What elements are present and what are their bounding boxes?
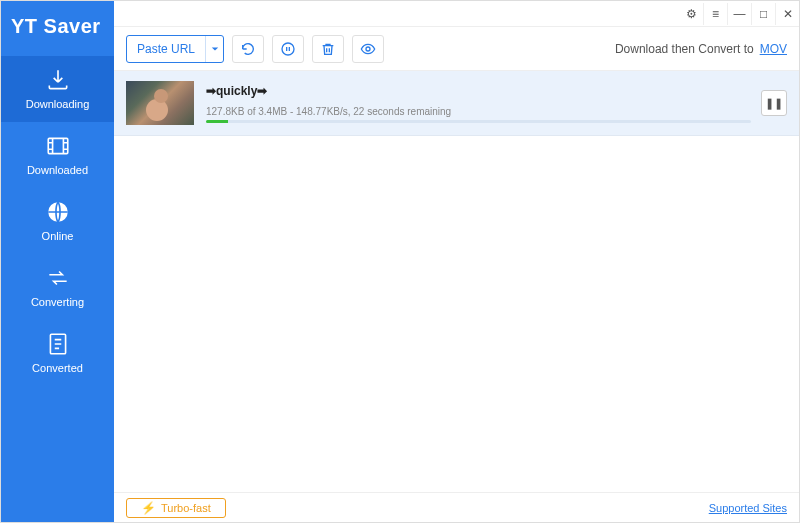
download-status: 127.8KB of 3.4MB - 148.77KB/s, 22 second… <box>206 106 751 117</box>
maximize-icon: □ <box>760 7 767 21</box>
minimize-icon: — <box>734 7 746 21</box>
refresh-icon <box>240 41 256 57</box>
video-thumbnail <box>126 81 194 125</box>
pause-circle-icon <box>280 41 296 57</box>
sidebar-item-label: Converted <box>32 362 83 374</box>
svg-point-3 <box>282 43 294 55</box>
paste-url-button[interactable]: Paste URL <box>127 36 205 62</box>
pause-all-button[interactable] <box>272 35 304 63</box>
sidebar-item-label: Downloaded <box>27 164 88 176</box>
pause-button[interactable]: ❚❚ <box>761 90 787 116</box>
progress-fill <box>206 120 228 123</box>
main-panel: ⚙ ≡ — □ ✕ Paste URL <box>114 1 799 522</box>
paste-url-group: Paste URL <box>126 35 224 63</box>
progress-bar <box>206 120 751 123</box>
minimize-button[interactable]: — <box>727 3 751 25</box>
svg-point-4 <box>366 47 370 51</box>
maximize-button[interactable]: □ <box>751 3 775 25</box>
supported-sites-link[interactable]: Supported Sites <box>709 502 787 514</box>
eye-icon <box>360 41 376 57</box>
sidebar-item-downloading[interactable]: Downloading <box>1 56 114 122</box>
titlebar: ⚙ ≡ — □ ✕ <box>114 1 799 27</box>
sidebar-item-converting[interactable]: Converting <box>1 254 114 320</box>
svg-rect-0 <box>48 138 68 153</box>
download-item[interactable]: ➡quickly➡ 127.8KB of 3.4MB - 148.77KB/s,… <box>114 71 799 136</box>
app-title: YT Saver <box>1 1 114 56</box>
convert-format-control: Download then Convert to MOV <box>615 42 787 56</box>
chevron-down-icon <box>211 45 219 53</box>
document-icon <box>43 330 73 358</box>
menu-icon: ≡ <box>712 7 719 21</box>
footer: ⚡ Turbo-fast Supported Sites <box>114 492 799 522</box>
settings-button[interactable]: ⚙ <box>679 3 703 25</box>
refresh-button[interactable] <box>232 35 264 63</box>
convert-label: Download then Convert to <box>615 42 754 56</box>
close-icon: ✕ <box>783 7 793 21</box>
sidebar-item-downloaded[interactable]: Downloaded <box>1 122 114 188</box>
globe-icon <box>43 198 73 226</box>
sidebar-item-converted[interactable]: Converted <box>1 320 114 386</box>
sidebar: YT Saver Downloading Downloaded Online C… <box>1 1 114 522</box>
delete-button[interactable] <box>312 35 344 63</box>
sidebar-item-label: Converting <box>31 296 84 308</box>
sidebar-item-label: Downloading <box>26 98 90 110</box>
preview-button[interactable] <box>352 35 384 63</box>
close-button[interactable]: ✕ <box>775 3 799 25</box>
bolt-icon: ⚡ <box>141 501 156 515</box>
menu-button[interactable]: ≡ <box>703 3 727 25</box>
sidebar-item-online[interactable]: Online <box>1 188 114 254</box>
film-icon <box>43 132 73 160</box>
convert-icon <box>43 264 73 292</box>
turbo-label: Turbo-fast <box>161 502 211 514</box>
download-title: ➡quickly➡ <box>206 84 751 98</box>
paste-url-dropdown[interactable] <box>205 36 223 62</box>
turbo-fast-button[interactable]: ⚡ Turbo-fast <box>126 498 226 518</box>
download-list: ➡quickly➡ 127.8KB of 3.4MB - 148.77KB/s,… <box>114 71 799 492</box>
toolbar: Paste URL Download then Convert to MOV <box>114 27 799 71</box>
pause-icon: ❚❚ <box>765 97 783 110</box>
download-icon <box>43 66 73 94</box>
gear-icon: ⚙ <box>686 7 697 21</box>
download-info: ➡quickly➡ 127.8KB of 3.4MB - 148.77KB/s,… <box>206 84 751 123</box>
sidebar-item-label: Online <box>42 230 74 242</box>
format-selector[interactable]: MOV <box>760 42 787 56</box>
trash-icon <box>320 41 336 57</box>
